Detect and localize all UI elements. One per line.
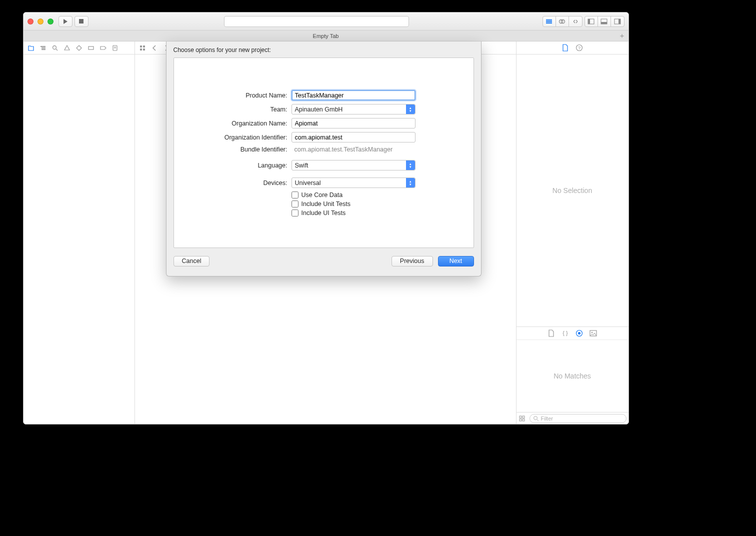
sheet-body: Product Name: Team: Apinauten GmbH Organ… bbox=[174, 58, 474, 248]
run-button[interactable] bbox=[58, 16, 72, 27]
find-navigator-icon[interactable] bbox=[50, 44, 60, 52]
issue-navigator-icon[interactable] bbox=[62, 44, 72, 52]
close-window-button[interactable] bbox=[28, 18, 34, 24]
core-data-checkbox[interactable] bbox=[292, 192, 298, 198]
org-id-input[interactable] bbox=[292, 132, 416, 142]
no-selection-label: No Selection bbox=[552, 186, 592, 194]
library-selector: { } bbox=[516, 327, 628, 340]
svg-line-37 bbox=[537, 420, 538, 421]
svg-point-36 bbox=[534, 416, 537, 420]
activity-view bbox=[224, 16, 409, 27]
navigator-selector bbox=[24, 42, 134, 54]
report-navigator-icon[interactable] bbox=[110, 44, 120, 52]
sheet-heading: Choose options for your new project: bbox=[166, 42, 481, 56]
stop-button[interactable] bbox=[74, 16, 88, 27]
svg-rect-23 bbox=[140, 48, 142, 50]
maximize-window-button[interactable] bbox=[48, 18, 54, 24]
library-empty: No Matches bbox=[516, 340, 628, 412]
team-select[interactable]: Apinauten GmbH bbox=[292, 104, 416, 114]
row-language: Language: Swift bbox=[189, 160, 458, 170]
devices-select[interactable]: Universal bbox=[292, 178, 416, 188]
breakpoint-navigator-icon[interactable] bbox=[98, 44, 108, 52]
quick-help-icon[interactable]: ? bbox=[575, 44, 584, 52]
next-button[interactable]: Next bbox=[438, 256, 474, 266]
toolbar-center bbox=[90, 16, 542, 27]
minimize-window-button[interactable] bbox=[38, 18, 44, 24]
svg-rect-21 bbox=[140, 46, 142, 48]
filter-icon bbox=[533, 416, 539, 422]
svg-rect-7 bbox=[588, 19, 590, 24]
project-navigator-icon[interactable] bbox=[26, 44, 36, 52]
filter-placeholder: Filter bbox=[541, 416, 553, 422]
svg-line-16 bbox=[56, 49, 58, 50]
library-view-mode-icon[interactable] bbox=[518, 415, 528, 422]
svg-point-31 bbox=[592, 332, 593, 334]
file-inspector-icon[interactable] bbox=[561, 44, 570, 52]
library-pane: { } No Matches bbox=[516, 326, 628, 424]
bottom-panel-icon[interactable] bbox=[598, 16, 611, 26]
svg-rect-17 bbox=[88, 46, 94, 50]
code-snippet-library-icon[interactable]: { } bbox=[561, 329, 570, 338]
row-org-name: Organization Name: bbox=[189, 118, 458, 128]
org-name-input[interactable] bbox=[292, 118, 416, 128]
titlebar bbox=[24, 12, 628, 30]
new-tab-button[interactable]: ＋ bbox=[618, 32, 626, 40]
window-controls bbox=[28, 18, 54, 24]
svg-text:?: ? bbox=[578, 46, 580, 50]
row-product-name: Product Name: bbox=[189, 90, 458, 100]
library-filter-bar: Filter bbox=[516, 412, 628, 424]
cancel-button[interactable]: Cancel bbox=[174, 256, 210, 266]
label-product-name: Product Name: bbox=[189, 92, 292, 99]
toolbar-right bbox=[542, 16, 624, 27]
language-select[interactable]: Swift bbox=[292, 160, 416, 170]
right-panel-icon[interactable] bbox=[611, 16, 624, 26]
test-navigator-icon[interactable] bbox=[74, 44, 84, 52]
chevron-updown-icon bbox=[406, 160, 415, 170]
ui-tests-checkbox[interactable] bbox=[292, 210, 298, 216]
version-editor-icon[interactable] bbox=[569, 16, 582, 26]
standard-editor-icon[interactable] bbox=[543, 16, 556, 26]
label-devices: Devices: bbox=[189, 180, 292, 186]
row-devices: Devices: Universal bbox=[189, 178, 458, 188]
previous-button[interactable]: Previous bbox=[392, 256, 433, 266]
svg-point-29 bbox=[578, 332, 580, 334]
inspector-pane: ? No Selection { } bbox=[516, 42, 628, 424]
new-project-options-sheet: Choose options for your new project: Pro… bbox=[166, 42, 482, 276]
panels-segmented[interactable] bbox=[584, 16, 624, 27]
svg-point-15 bbox=[52, 46, 56, 49]
xcode-window: Empty Tab ＋ bbox=[23, 12, 629, 424]
svg-rect-2 bbox=[546, 21, 552, 22]
chevron-updown-icon bbox=[406, 178, 415, 188]
row-team: Team: Apinauten GmbH bbox=[189, 104, 458, 114]
library-filter-input[interactable]: Filter bbox=[530, 414, 626, 423]
go-back-icon[interactable] bbox=[150, 44, 159, 52]
navigator-pane bbox=[24, 42, 135, 424]
row-unit-tests: Include Unit Tests bbox=[292, 200, 458, 208]
unit-tests-label: Include Unit Tests bbox=[302, 200, 350, 208]
svg-text:{ }: { } bbox=[562, 330, 568, 336]
row-core-data: Use Core Data bbox=[292, 192, 458, 198]
label-bundle-id: Bundle Identifier: bbox=[189, 146, 292, 153]
tab-title[interactable]: Empty Tab bbox=[313, 33, 339, 39]
left-panel-icon[interactable] bbox=[585, 16, 598, 26]
assistant-editor-icon[interactable] bbox=[556, 16, 569, 26]
svg-rect-1 bbox=[546, 20, 552, 20]
debug-navigator-icon[interactable] bbox=[86, 44, 96, 52]
sheet-button-bar: Cancel Previous Next bbox=[166, 253, 481, 276]
file-template-library-icon[interactable] bbox=[547, 329, 556, 338]
language-select-value: Swift bbox=[295, 162, 308, 169]
svg-rect-34 bbox=[520, 419, 522, 421]
media-library-icon[interactable] bbox=[589, 329, 598, 338]
editor-mode-segmented[interactable] bbox=[542, 16, 582, 27]
row-bundle-id: Bundle Identifier: com.apiomat.test.Test… bbox=[189, 146, 458, 153]
unit-tests-checkbox[interactable] bbox=[292, 200, 298, 208]
object-library-icon[interactable] bbox=[575, 329, 584, 338]
ui-tests-label: Include UI Tests bbox=[302, 210, 346, 216]
svg-rect-33 bbox=[522, 416, 524, 418]
related-items-icon[interactable] bbox=[138, 44, 147, 52]
svg-rect-32 bbox=[520, 416, 522, 418]
product-name-input[interactable] bbox=[292, 90, 416, 100]
svg-rect-9 bbox=[601, 22, 607, 24]
core-data-label: Use Core Data bbox=[302, 192, 343, 198]
symbol-navigator-icon[interactable] bbox=[38, 44, 48, 52]
